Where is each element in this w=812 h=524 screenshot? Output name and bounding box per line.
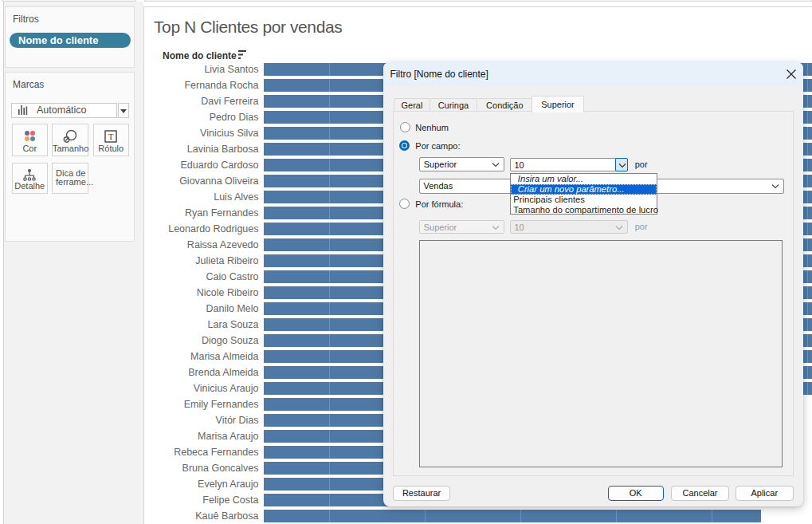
svg-text:T: T: [108, 132, 114, 141]
